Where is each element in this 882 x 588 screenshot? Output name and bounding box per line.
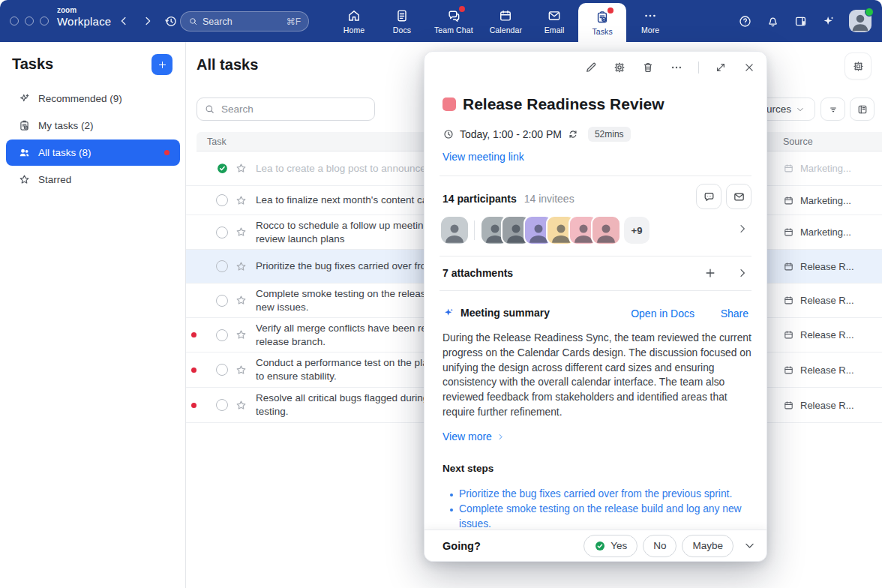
app-window: zoom Workplace Search ⌘F HomeDocsTeam Ch… [0,0,882,588]
settings-gear-icon[interactable] [613,61,626,74]
chat-participants-button[interactable] [696,184,722,209]
star-icon[interactable] [235,226,248,238]
participants-chevron-right-icon[interactable] [736,223,748,235]
star-icon[interactable] [235,162,248,175]
task-checkbox[interactable] [216,226,228,238]
help-icon[interactable] [738,14,752,28]
forward-icon[interactable] [141,14,154,28]
history-icon[interactable] [164,14,178,28]
invitees-count: 14 invitees [524,193,574,205]
task-checkbox[interactable] [216,329,228,341]
window-minimize-button[interactable] [25,16,34,26]
logo-zoom-text: zoom [57,7,111,14]
next-step-item[interactable]: Prioritize the bug fixes carried over fr… [448,487,759,502]
calendar-icon [783,295,794,306]
star-icon[interactable] [235,294,248,307]
attachments-chevron-right-icon[interactable] [736,267,748,279]
meeting-summary-text: During the Release Readiness Sync, the t… [442,331,752,420]
tab-team-chat[interactable]: Team Chat [426,0,482,42]
divider [440,256,752,256]
task-checkbox[interactable] [216,260,228,272]
tab-more[interactable]: More [626,0,674,42]
star-icon[interactable] [235,194,248,207]
task-checkbox[interactable] [216,194,228,206]
window-controls[interactable] [10,16,49,26]
task-source: Release R... [774,318,882,352]
home-icon [346,8,362,23]
main-navigation: HomeDocsTeam ChatCalendarEmailTasksMore [330,0,674,42]
sidebar-item-all-tasks[interactable]: All tasks (8) [6,140,180,166]
rsvp-yes-button[interactable]: Yes [584,535,638,557]
task-source-label: Marketing... [800,163,851,174]
tab-tasks[interactable]: Tasks [578,3,626,42]
docs-icon [394,8,410,23]
add-task-button[interactable] [152,54,172,75]
participants-avatars[interactable]: +9 [441,217,650,244]
rsvp-footer: Going? Yes No Maybe [424,530,766,561]
tab-home[interactable]: Home [330,0,378,42]
task-done-icon[interactable] [216,162,229,175]
edit-pencil-icon[interactable] [584,61,598,74]
sidebar-title: Tasks [12,56,53,73]
global-search[interactable]: Search ⌘F [180,11,309,32]
star-icon[interactable] [235,399,248,412]
window-zoom-button[interactable] [40,16,49,26]
notifications-bell-icon[interactable] [766,14,780,28]
participant-avatar[interactable] [591,215,621,245]
envelope-icon [733,190,746,203]
participant-avatar[interactable] [441,217,468,244]
calendar-icon [498,8,513,23]
email-icon [547,8,562,23]
task-source-label: Release R... [800,400,854,411]
window-close-button[interactable] [10,16,19,26]
board-view-button[interactable] [850,98,874,121]
more-options-icon[interactable] [670,61,683,74]
view-settings-button[interactable] [844,52,872,80]
rsvp-more-chevron-icon[interactable] [743,539,756,552]
star-icon[interactable] [235,364,248,376]
email-participants-button[interactable] [726,184,752,209]
rsvp-maybe-button[interactable]: Maybe [682,535,734,557]
chat-icon [446,8,461,23]
next-step-item[interactable]: Complete smoke testing on the release bu… [448,502,759,530]
panel-icon[interactable] [794,14,808,28]
more-participants-badge[interactable]: +9 [624,217,650,244]
star-icon[interactable] [235,260,248,273]
meeting-summary-header: Meeting summary [442,307,550,319]
notification-dot [459,6,465,12]
share-link[interactable]: Share [721,308,748,320]
event-time: Today, 1:00 - 2:00 PM [460,128,562,140]
task-checkbox[interactable] [216,295,228,307]
view-more-link[interactable]: View more [442,430,505,442]
tab-calendar[interactable]: Calendar [482,0,530,42]
tasks-icon [595,10,610,25]
rsvp-no-button[interactable]: No [643,535,676,557]
sidebar-item-recommended[interactable]: Recommended (9) [6,86,180,112]
view-meeting-link[interactable]: View meeting link [442,151,524,163]
tab-docs[interactable]: Docs [378,0,426,42]
modal-toolbar [584,61,756,74]
add-attachment-icon[interactable] [704,266,717,280]
close-icon[interactable] [742,61,756,74]
sidebar-item-label: All tasks (8) [38,147,92,158]
delete-trash-icon[interactable] [641,61,655,74]
sidebar-item-my-tasks[interactable]: My tasks (2) [6,112,180,139]
sidebar-item-starred[interactable]: Starred [6,166,180,193]
expand-icon[interactable] [714,61,728,74]
task-source: Marketing... [774,152,882,185]
presence-dot [865,8,874,16]
task-checkbox[interactable] [216,399,228,411]
people-icon [18,146,31,159]
clock-icon [442,128,454,140]
back-icon[interactable] [117,14,130,28]
ai-companion-sparkle-icon[interactable] [821,14,836,28]
event-title-row: Release Readiness Review [442,95,664,113]
filter-button[interactable] [820,98,845,121]
open-in-docs-link[interactable]: Open in Docs [631,308,694,320]
search-icon [204,104,215,115]
user-avatar[interactable] [849,10,872,32]
tab-email[interactable]: Email [530,0,578,42]
task-search-input[interactable] [196,98,375,121]
task-checkbox[interactable] [216,364,228,376]
star-icon[interactable] [235,328,248,341]
